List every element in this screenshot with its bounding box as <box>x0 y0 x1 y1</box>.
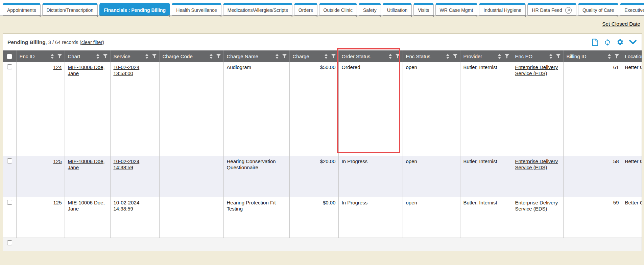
sort-icon[interactable] <box>209 54 213 59</box>
tab-health-surveillance[interactable]: Health Surveillance <box>172 3 221 16</box>
chart-link[interactable]: MIE-10006 Doe, Jane <box>68 158 105 170</box>
enc_eo-link[interactable]: Enterprise Delivery Service (EDS) <box>515 200 558 212</box>
column-label: Provider <box>463 53 482 59</box>
enc_eo-link[interactable]: Enterprise Delivery Service (EDS) <box>515 158 558 170</box>
sort-icon[interactable] <box>96 54 100 59</box>
cell-enc_status: open <box>403 62 460 156</box>
filter-icon[interactable] <box>453 54 457 59</box>
cell-location: Better Cor <box>622 156 642 197</box>
filter-icon[interactable] <box>556 54 560 59</box>
sort-icon[interactable] <box>275 54 279 59</box>
column-header-select-all <box>3 50 16 62</box>
sort-icon[interactable] <box>607 54 611 59</box>
column-header-enc_eo[interactable]: Enc EO <box>512 50 563 62</box>
tab-outside-clinic[interactable]: Outside Clinic <box>319 3 357 16</box>
cell-enc_status: open <box>403 197 460 238</box>
open-in-new-icon <box>565 7 572 14</box>
chart-link[interactable]: MIE-10006 Doe, Jane <box>68 64 105 76</box>
tab-financials-pending-billing[interactable]: Financials : Pending Billing <box>99 3 170 16</box>
filter-icon[interactable] <box>396 54 400 59</box>
column-header-enc_id[interactable]: Enc ID <box>16 50 65 62</box>
column-header-controls <box>209 54 221 59</box>
set-closed-date-link[interactable]: Set Closed Date <box>602 21 640 27</box>
footer-row-checkbox[interactable] <box>7 240 12 245</box>
cell-provider: Butler, Internist <box>460 62 512 156</box>
enc_id-link[interactable]: 124 <box>53 64 62 70</box>
select-all-checkbox[interactable] <box>7 54 12 59</box>
cell-billing_id: 59 <box>563 197 622 238</box>
enc_status-value: open <box>406 64 417 70</box>
provider-value: Butler, Internist <box>463 200 497 205</box>
column-header-order_status[interactable]: Order Status <box>338 50 403 62</box>
pending-billing-panel: Pending Billing, 3 / 64 records (clear f… <box>3 34 642 251</box>
tab-medications-allergies-scripts[interactable]: Medications/Allergies/Scripts <box>223 3 292 16</box>
sort-icon[interactable] <box>145 54 149 59</box>
filter-icon[interactable] <box>57 54 62 59</box>
column-header-enc_status[interactable]: Enc Status <box>403 50 460 62</box>
tab-label: Medications/Allergies/Scripts <box>228 7 288 13</box>
new-document-icon[interactable] <box>592 39 598 46</box>
tab-industrial-hygiene[interactable]: Industrial Hygiene <box>479 3 526 16</box>
column-header-chart[interactable]: Chart <box>65 50 110 62</box>
column-header-provider[interactable]: Provider <box>460 50 512 62</box>
filter-icon[interactable] <box>282 54 287 59</box>
chart-link[interactable]: MIE-10006 Doe, Jane <box>68 200 105 212</box>
cell-chart: MIE-10006 Doe, Jane <box>65 62 110 156</box>
provider-value: Butler, Internist <box>463 158 497 164</box>
enc_eo-link[interactable]: Enterprise Delivery Service (EDS) <box>515 64 558 76</box>
sort-icon[interactable] <box>549 54 553 59</box>
charge-value: $20.00 <box>320 158 336 164</box>
table-row: 125MIE-10006 Doe, Jane10-02-2024 14:38:5… <box>3 156 642 197</box>
tab-executive-dashboard[interactable]: Executive Dashboard <box>620 3 644 16</box>
column-header-location[interactable]: Location <box>622 50 642 62</box>
sort-icon[interactable] <box>50 54 54 59</box>
refresh-icon[interactable] <box>604 39 611 46</box>
column-header-controls <box>549 54 560 59</box>
tab-wr-case-mgmt[interactable]: WR Case Mgmt <box>435 3 478 16</box>
column-header-charge[interactable]: Charge <box>289 50 338 62</box>
tab-utilization[interactable]: Utilization <box>383 3 412 16</box>
cell-enc_eo: Enterprise Delivery Service (EDS) <box>512 156 563 197</box>
column-label: Enc ID <box>20 53 35 59</box>
tab-safety[interactable]: Safety <box>359 3 381 16</box>
tab-appointments[interactable]: Appointments <box>3 3 41 16</box>
sort-icon[interactable] <box>388 54 392 59</box>
tab-hr-data-feed[interactable]: HR Data Feed <box>527 3 576 16</box>
service-link[interactable]: 10-02-2024 14:38:59 <box>114 200 140 212</box>
provider-value: Butler, Internist <box>463 64 497 70</box>
enc_id-link[interactable]: 125 <box>53 200 62 205</box>
enc_id-link[interactable]: 125 <box>53 158 62 164</box>
filter-icon[interactable] <box>216 54 221 59</box>
collapse-icon[interactable] <box>629 40 637 45</box>
tab-quality-of-care[interactable]: Quality of Care <box>578 3 618 16</box>
service-link[interactable]: 10-02-2024 14:38:59 <box>114 158 140 170</box>
column-header-charge_code[interactable]: Charge Code <box>159 50 223 62</box>
cell-charge_name: Hearing Conservation Questionnaire <box>223 156 289 197</box>
gear-icon[interactable] <box>617 39 624 46</box>
sort-icon[interactable] <box>446 54 450 59</box>
filter-icon[interactable] <box>152 54 157 59</box>
filter-icon[interactable] <box>103 54 108 59</box>
filter-icon[interactable] <box>505 54 509 59</box>
column-header-charge_name[interactable]: Charge Name <box>223 50 289 62</box>
clear-filter-link[interactable]: clear filter <box>81 40 102 45</box>
charge-value: $0.00 <box>323 200 336 205</box>
service-link[interactable]: 10-02-2024 13:53:00 <box>114 64 140 76</box>
tab-orders[interactable]: Orders <box>294 3 317 16</box>
cell-order_status: Ordered <box>338 62 403 156</box>
row-checkbox[interactable] <box>7 64 12 69</box>
tab-dictation-transcription[interactable]: Dictation/Transcription <box>42 3 98 16</box>
row-checkbox[interactable] <box>7 158 12 163</box>
column-header-billing_id[interactable]: Billing ID <box>563 50 622 62</box>
filter-icon[interactable] <box>331 54 336 59</box>
tab-label: Outside Clinic <box>324 7 353 13</box>
order_status-value: In Progress <box>342 200 368 205</box>
sort-icon[interactable] <box>498 54 501 59</box>
filter-icon[interactable] <box>615 54 619 59</box>
column-header-service[interactable]: Service <box>110 50 159 62</box>
cell-billing_id: 61 <box>563 62 622 156</box>
sort-icon[interactable] <box>324 54 328 59</box>
tab-label: Visits <box>418 7 429 13</box>
tab-visits[interactable]: Visits <box>413 3 433 16</box>
row-checkbox[interactable] <box>7 200 12 205</box>
